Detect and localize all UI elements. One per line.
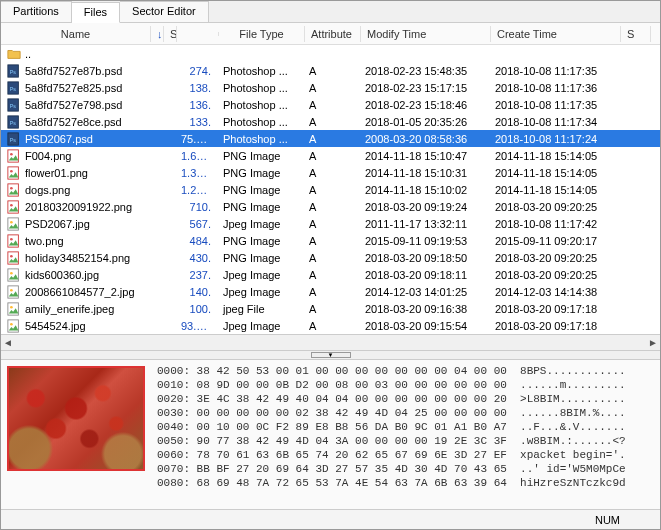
table-row[interactable]: Ps5a8fd7527e825.psd138.Photoshop ...A201… xyxy=(1,79,660,96)
file-attr: A xyxy=(303,200,359,214)
splitter-grip-icon[interactable]: ▼ xyxy=(311,352,351,358)
status-num: NUM xyxy=(595,514,620,526)
horizontal-scrollbar[interactable]: ◄ ► xyxy=(1,334,660,350)
tab-partitions[interactable]: Partitions xyxy=(1,1,72,22)
table-row[interactable]: 5454524.jpg93.7KBJpeg ImageA2018-03-20 0… xyxy=(1,317,660,334)
tab-files[interactable]: Files xyxy=(72,2,120,23)
file-modify: 2018-02-23 15:17:15 xyxy=(359,81,489,95)
svg-point-31 xyxy=(10,322,13,325)
table-row[interactable]: 20180320091922.png710.PNG ImageA2018-03-… xyxy=(1,198,660,215)
col-filetype[interactable]: File Type xyxy=(219,26,305,42)
file-type: Photoshop ... xyxy=(217,98,303,112)
file-type: PNG Image xyxy=(217,166,303,180)
svg-point-25 xyxy=(10,271,13,274)
svg-text:Ps: Ps xyxy=(10,119,17,125)
file-size: 567. xyxy=(175,217,217,231)
table-row[interactable]: PSD2067.jpg567.Jpeg ImageA2011-11-17 13:… xyxy=(1,215,660,232)
col-attribute[interactable]: Attribute xyxy=(305,26,361,42)
svg-text:Ps: Ps xyxy=(10,68,17,74)
file-size: 1.6MB xyxy=(175,149,217,163)
file-name: PSD2067.psd xyxy=(25,133,93,145)
col-s[interactable]: S xyxy=(164,26,177,42)
splitter[interactable]: ▼ xyxy=(1,350,660,360)
file-create: 2018-03-20 09:20:25 xyxy=(489,200,619,214)
file-size: 1.3MB xyxy=(175,166,217,180)
col-s2[interactable]: S xyxy=(621,26,651,42)
file-create: 2018-03-20 09:17:18 xyxy=(489,302,619,316)
file-icon: Ps xyxy=(7,81,21,95)
file-type: Photoshop ... xyxy=(217,64,303,78)
preview-pane: 0000: 38 42 50 53 00 01 00 00 00 00 00 0… xyxy=(1,360,660,509)
file-modify: 2018-03-20 09:16:38 xyxy=(359,302,489,316)
file-attr: A xyxy=(303,183,359,197)
file-icon xyxy=(7,234,21,248)
parent-label: .. xyxy=(25,48,31,60)
file-size: 75.3MB xyxy=(175,132,217,146)
file-list[interactable]: .. Ps5a8fd7527e87b.psd274.Photoshop ...A… xyxy=(1,45,660,334)
scroll-right-icon[interactable]: ► xyxy=(648,337,658,348)
table-row[interactable]: kids600360.jpg237.Jpeg ImageA2018-03-20 … xyxy=(1,266,660,283)
file-name: F004.png xyxy=(25,150,71,162)
file-attr: A xyxy=(303,115,359,129)
file-name: amily_enerife.jpeg xyxy=(25,303,114,315)
table-row[interactable]: Ps5a8fd7527e798.psd136.Photoshop ...A201… xyxy=(1,96,660,113)
file-icon: Ps xyxy=(7,115,21,129)
file-modify: 2018-02-23 15:18:46 xyxy=(359,98,489,112)
table-row[interactable]: PsPSD2067.psd75.3MBPhotoshop ...A2008-03… xyxy=(1,130,660,147)
file-modify: 2018-03-20 09:18:50 xyxy=(359,251,489,265)
file-name: 5454524.jpg xyxy=(25,320,86,332)
file-name: two.png xyxy=(25,235,64,247)
sort-arrow-icon[interactable]: ↓ xyxy=(151,26,164,42)
file-attr: A xyxy=(303,98,359,112)
file-type: PNG Image xyxy=(217,183,303,197)
file-create: 2018-10-08 11:17:35 xyxy=(489,98,619,112)
file-attr: A xyxy=(303,166,359,180)
file-type: Jpeg Image xyxy=(217,217,303,231)
file-name: flower01.png xyxy=(25,167,88,179)
file-type: Jpeg Image xyxy=(217,268,303,282)
file-create: 2018-03-20 09:17:18 xyxy=(489,319,619,333)
table-row[interactable]: holiday34852154.png430.PNG ImageA2018-03… xyxy=(1,249,660,266)
tab-sector-editor[interactable]: Sector Editor xyxy=(120,1,209,22)
file-type: Photoshop ... xyxy=(217,81,303,95)
col-name[interactable]: Name xyxy=(1,26,151,42)
parent-folder-row[interactable]: .. xyxy=(1,45,660,62)
file-size: 237. xyxy=(175,268,217,282)
file-modify: 2018-03-20 09:19:24 xyxy=(359,200,489,214)
file-create: 2014-11-18 15:14:05 xyxy=(489,149,619,163)
col-modify[interactable]: Modify Time xyxy=(361,26,491,42)
table-row[interactable]: flower01.png1.3MBPNG ImageA2014-11-18 15… xyxy=(1,164,660,181)
file-type: PNG Image xyxy=(217,234,303,248)
status-bar: NUM xyxy=(1,509,660,529)
file-size: 100. xyxy=(175,302,217,316)
file-icon: Ps xyxy=(7,98,21,112)
file-size: 1.2MB xyxy=(175,183,217,197)
table-row[interactable]: F004.png1.6MBPNG ImageA2014-11-18 15:10:… xyxy=(1,147,660,164)
file-type: PNG Image xyxy=(217,200,303,214)
file-icon xyxy=(7,183,21,197)
scroll-left-icon[interactable]: ◄ xyxy=(3,337,13,348)
file-attr: A xyxy=(303,217,359,231)
svg-point-21 xyxy=(10,237,13,240)
table-row[interactable]: dogs.png1.2MBPNG ImageA2014-11-18 15:10:… xyxy=(1,181,660,198)
svg-point-27 xyxy=(10,288,13,291)
col-create[interactable]: Create Time xyxy=(491,26,621,42)
file-create: 2014-11-18 15:14:05 xyxy=(489,166,619,180)
file-modify: 2015-09-11 09:19:53 xyxy=(359,234,489,248)
table-row[interactable]: 2008661084577_2.jpg140.Jpeg ImageA2014-1… xyxy=(1,283,660,300)
file-type: Photoshop ... xyxy=(217,115,303,129)
file-modify: 2018-01-05 20:35:26 xyxy=(359,115,489,129)
thumbnail-image[interactable] xyxy=(7,366,145,471)
thumbnail-container xyxy=(1,360,151,509)
file-attr: A xyxy=(303,285,359,299)
table-row[interactable]: Ps5a8fd7527e8ce.psd133.Photoshop ...A201… xyxy=(1,113,660,130)
file-name: kids600360.jpg xyxy=(25,269,99,281)
file-modify: 2014-12-03 14:01:25 xyxy=(359,285,489,299)
table-row[interactable]: Ps5a8fd7527e87b.psd274.Photoshop ...A201… xyxy=(1,62,660,79)
file-size: 430. xyxy=(175,251,217,265)
col-size-spacer[interactable] xyxy=(177,32,219,36)
hex-view[interactable]: 0000: 38 42 50 53 00 01 00 00 00 00 00 0… xyxy=(151,360,660,509)
table-row[interactable]: two.png484.PNG ImageA2015-09-11 09:19:53… xyxy=(1,232,660,249)
table-row[interactable]: amily_enerife.jpeg100.jpeg FileA2018-03-… xyxy=(1,300,660,317)
file-attr: A xyxy=(303,319,359,333)
